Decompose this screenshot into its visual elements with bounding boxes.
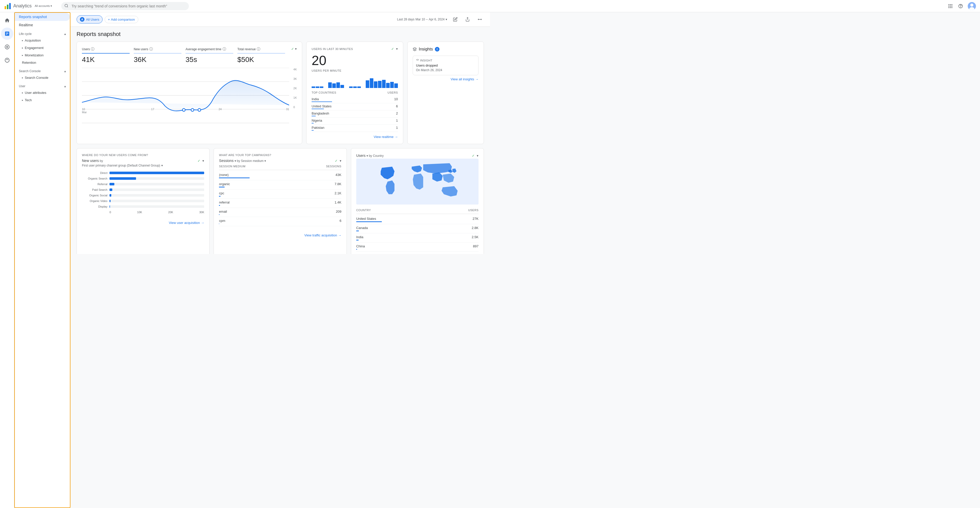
bar-label-direct: Direct <box>82 171 107 175</box>
search-bar-wrap[interactable] <box>61 2 189 10</box>
insights-icon <box>413 47 417 51</box>
engagement-info-icon[interactable]: ⓘ <box>223 47 226 51</box>
sidebar-item-realtime-label: Realtime <box>19 23 33 27</box>
realtime-bar <box>340 85 344 88</box>
campaigns-section-title: WHAT ARE YOUR TOP CAMPAIGNS? <box>219 154 341 157</box>
user-collapse-icon[interactable]: ▴ <box>64 84 66 88</box>
insights-badge: 0 <box>435 47 439 51</box>
campaigns-row-cpc: cpc 2.1K <box>219 189 341 198</box>
countries-card-actions: ✓ ▾ <box>472 154 479 157</box>
bar-x-axis: 0 10K 20K 30K <box>82 211 204 214</box>
bar-label-video: Organic Video <box>82 199 107 203</box>
users-metric: Users ⓘ 41K <box>82 47 134 64</box>
sidebar-item-retention[interactable]: Retention <box>15 59 70 66</box>
metrics-menu-icon[interactable]: ▾ <box>295 47 297 51</box>
view-traffic-acquisition-link[interactable]: View traffic acquisition → <box>304 233 342 237</box>
bar-label-paid: Paid Search <box>82 188 107 191</box>
bar-label-display: Display <box>82 205 107 208</box>
user-attributes-chevron: ▸ <box>22 91 23 94</box>
realtime-bar <box>320 86 323 88</box>
metrics-row: Users ⓘ 41K New users ⓘ 36K Average enga… <box>82 47 297 64</box>
sidebar-item-monetization[interactable]: ▸ Monetization <box>15 51 70 59</box>
bar-item-direct: Direct <box>82 171 204 175</box>
users-by-label: ▾ by <box>366 154 373 157</box>
sidebar-item-acquisition[interactable]: ▸ Acquisition <box>15 37 70 44</box>
bar-track-organic <box>110 177 204 180</box>
sidebar-item-reports-snapshot[interactable]: Reports snapshot <box>15 13 70 21</box>
insight-date: On March 26, 2024 <box>416 68 475 72</box>
add-comparison-btn[interactable]: + Add comparison <box>105 16 138 23</box>
bar-fill-social <box>110 194 111 197</box>
compare-btn[interactable] <box>476 15 484 24</box>
bar-track-display <box>110 205 204 208</box>
header-right: Last 28 days Mar 10 – Apr 6, 2024 ▾ <box>397 15 484 24</box>
account-info: All accounts ▾ <box>35 4 52 8</box>
countries-menu-icon[interactable]: ▾ <box>477 154 479 157</box>
realtime-bar <box>374 81 377 88</box>
countries-card: Users ▾ by Country ✓ ▾ <box>351 148 484 254</box>
campaigns-title-group: Sessions ▾ by Session medium ▾ <box>219 159 266 163</box>
sidebar-item-engagement[interactable]: ▸ Engagement <box>15 44 70 51</box>
view-insights-arrow: → <box>475 77 479 81</box>
bar-item-paid: Paid Search <box>82 188 204 191</box>
search-console-collapse-icon[interactable]: ▴ <box>64 69 66 73</box>
campaigns-row-referral: referral 1.4K <box>219 198 341 208</box>
sidebar-item-tech[interactable]: ▸ Tech <box>15 97 70 104</box>
sidebar-advertising-btn[interactable] <box>1 54 13 66</box>
page-title-row: Reports snapshot <box>70 27 490 40</box>
sessions-medium: Session medium <box>241 159 264 163</box>
view-user-acquisition-link[interactable]: View user acquisition → <box>169 221 204 225</box>
svg-point-15 <box>5 45 9 49</box>
page-title: Reports snapshot <box>76 31 484 38</box>
view-realtime-arrow: → <box>395 135 398 139</box>
campaigns-card-actions: ✓ ▾ <box>335 159 342 163</box>
users-info-icon[interactable]: ⓘ <box>91 47 94 51</box>
sidebar-explore-btn[interactable] <box>1 41 13 53</box>
sessions-title: Sessions <box>219 159 234 163</box>
subtitle-chevron: ▾ <box>161 164 163 167</box>
campaigns-table-body: (none) 43K organic 7.8K cpc <box>219 171 341 226</box>
bar-item-organic: Organic Search <box>82 177 204 180</box>
us-bar <box>312 109 324 109</box>
all-users-pill[interactable]: A All Users <box>76 15 103 24</box>
share-btn[interactable] <box>463 15 472 24</box>
view-all-insights-link[interactable]: View all insights → <box>413 77 479 81</box>
search-input[interactable] <box>61 2 189 10</box>
insights-card: Insights 0 INSIGHT Users dropped On Marc… <box>407 41 484 144</box>
side-icon-panel <box>0 12 14 254</box>
sidebar-item-search-console[interactable]: ▸ Search Console <box>15 74 70 81</box>
organic-sessions-bar <box>219 187 224 187</box>
engagement-chevron: ▸ <box>22 46 23 49</box>
edit-report-btn[interactable] <box>451 15 460 24</box>
bar-fill-display <box>110 205 110 208</box>
new-users-metric: New users ⓘ 36K <box>134 47 186 64</box>
date-range[interactable]: Last 28 days Mar 10 – Apr 6, 2024 ▾ <box>397 17 447 21</box>
campaigns-table-header: SESSION MEDIUM SESSIONS <box>219 164 341 170</box>
sidebar-reports-btn[interactable] <box>1 27 13 40</box>
canada-bar <box>356 230 359 231</box>
view-realtime-link[interactable]: View realtime → <box>312 135 398 139</box>
revenue-info-icon[interactable]: ⓘ <box>257 47 260 51</box>
campaigns-menu-icon[interactable]: ▾ <box>340 159 342 163</box>
campaigns-check-icon: ✓ <box>335 159 338 163</box>
view-user-acquisition-row: View user acquisition → <box>82 218 204 225</box>
all-users-pill-icon: A <box>80 17 84 22</box>
world-map <box>356 159 479 205</box>
new-users-menu-icon[interactable]: ▾ <box>202 159 204 163</box>
monetization-chevron: ▸ <box>22 54 23 57</box>
countries-table-body: United States 27K Canada 2.8K India <box>356 215 479 254</box>
lifecycle-collapse-icon[interactable]: ▴ <box>64 32 66 36</box>
sidebar-item-realtime[interactable]: Realtime <box>15 21 70 29</box>
realtime-bar <box>336 83 340 88</box>
new-users-info-icon[interactable]: ⓘ <box>149 47 153 51</box>
realtime-menu-icon[interactable]: ▾ <box>396 47 398 51</box>
insight-item: INSIGHT Users dropped On March 26, 2024 <box>413 56 479 75</box>
sidebar-item-user-attributes[interactable]: ▸ User attributes <box>15 89 70 97</box>
china-bar <box>356 249 357 250</box>
realtime-bar <box>332 83 336 88</box>
metrics-card: Users ⓘ 41K New users ⓘ 36K Average enga… <box>76 41 302 144</box>
sidebar-home-btn[interactable] <box>1 14 13 27</box>
none-bar <box>219 178 250 178</box>
svg-point-3 <box>65 4 68 7</box>
sidebar-item-reports-snapshot-label: Reports snapshot <box>19 15 47 19</box>
